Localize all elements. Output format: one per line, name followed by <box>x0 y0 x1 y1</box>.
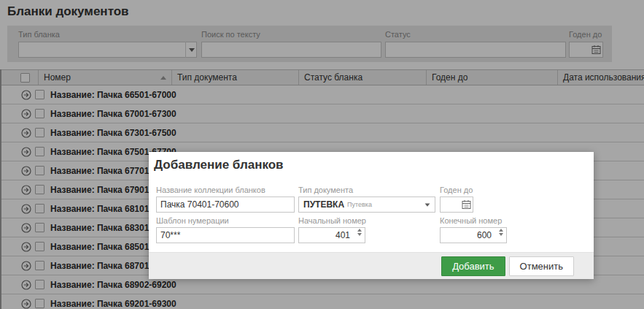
spinner-up-icon[interactable] <box>357 229 362 232</box>
field-end-number: Конечный номер <box>440 216 507 243</box>
start-number-input[interactable] <box>298 227 365 243</box>
field-end-number-label: Конечный номер <box>440 216 507 225</box>
field-start-number-label: Начальный номер <box>298 216 365 225</box>
field-collection-name: Название коллекции бланков <box>156 186 295 213</box>
modal-footer: Добавить Отменить <box>149 252 594 279</box>
field-numbering-template-label: Шаблон нумерации <box>156 216 295 225</box>
end-number-spinner <box>499 229 503 236</box>
modal-title: Добавление бланков <box>154 158 284 172</box>
field-valid-until: Годен до <box>440 186 473 213</box>
field-collection-name-label: Название коллекции бланков <box>156 186 295 194</box>
spinner-up-icon[interactable] <box>499 229 503 232</box>
numbering-template-input[interactable] <box>156 227 295 243</box>
field-numbering-template: Шаблон нумерации <box>156 216 295 243</box>
document-type-select[interactable]: ПУТЕВКА Путевка <box>298 197 435 213</box>
add-blanks-modal: Добавление бланков Название коллекции бл… <box>149 152 594 279</box>
spinner-down-icon[interactable] <box>357 233 362 236</box>
chevron-down-icon <box>425 203 430 206</box>
field-document-type: Тип документа ПУТЕВКА Путевка <box>298 186 435 213</box>
add-button[interactable]: Добавить <box>441 256 505 276</box>
end-number-input[interactable] <box>440 227 507 243</box>
spinner-down-icon[interactable] <box>499 233 503 236</box>
field-start-number: Начальный номер <box>298 216 365 243</box>
cancel-button[interactable]: Отменить <box>509 256 574 276</box>
document-type-code: ПУТЕВКА <box>303 199 344 210</box>
document-type-caption: Путевка <box>347 201 372 208</box>
field-valid-until-label: Годен до <box>440 186 473 194</box>
collection-name-input[interactable] <box>156 197 295 213</box>
start-number-spinner <box>357 229 362 236</box>
field-document-type-label: Тип документа <box>298 186 435 194</box>
calendar-icon[interactable] <box>462 199 471 210</box>
